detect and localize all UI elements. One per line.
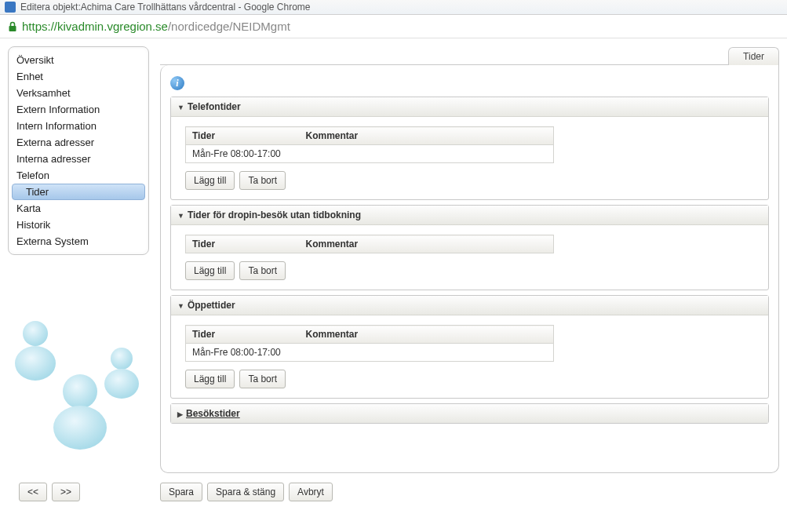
- svg-rect-0: [9, 26, 16, 31]
- main-panel: i Telefontider Tider Kommentar: [160, 65, 779, 473]
- window-titlebar: Editera objekt:Achima Care Trollhättans …: [0, 0, 787, 15]
- section-oppettider: Öppettider Tider Kommentar Mån-Fre 08:0: [170, 295, 769, 399]
- tab-tider[interactable]: Tider: [728, 47, 779, 65]
- svg-point-3: [111, 348, 133, 370]
- info-icon[interactable]: i: [170, 76, 184, 90]
- url-host: https://kivadmin.vgregion.se: [22, 20, 168, 33]
- sidebar-item-enhet[interactable]: Enhet: [12, 68, 145, 85]
- expand-icon: [177, 408, 183, 419]
- section-header-dropin[interactable]: Tider för dropin-besök utan tidbokning: [171, 206, 768, 225]
- svg-point-5: [63, 374, 97, 409]
- sidebar-item-interna-adresser[interactable]: Interna adresser: [12, 151, 145, 167]
- sidebar-item-externa-system[interactable]: Externa System: [12, 233, 145, 250]
- oppettider-table: Tider Kommentar Mån-Fre 08:00-17:00: [185, 325, 554, 362]
- sidebar-item-tider[interactable]: Tider: [12, 184, 145, 200]
- cancel-button[interactable]: Avbryt: [289, 483, 333, 501]
- sidebar-item-karta[interactable]: Karta: [12, 200, 145, 217]
- telefontider-table: Tider Kommentar Mån-Fre 08:00-17:00: [185, 126, 554, 163]
- sidebar-item-externa-adresser[interactable]: Externa adresser: [12, 134, 145, 151]
- sidebar-item-verksamhet[interactable]: Verksamhet: [12, 85, 145, 101]
- section-besokstider: Besökstider: [170, 403, 769, 424]
- next-button[interactable]: >>: [52, 483, 80, 501]
- svg-point-2: [15, 346, 56, 381]
- prev-button[interactable]: <<: [19, 483, 47, 501]
- section-dropin: Tider för dropin-besök utan tidbokning T…: [170, 205, 769, 290]
- save-button[interactable]: Spara: [160, 483, 202, 501]
- section-header-oppettider[interactable]: Öppettider: [171, 296, 768, 315]
- col-kommentar: Kommentar: [300, 127, 554, 145]
- section-header-telefontider[interactable]: Telefontider: [171, 97, 768, 117]
- sidebar-item-historik[interactable]: Historik: [12, 217, 145, 233]
- sidebar-item-intern-information[interactable]: Intern Information: [12, 118, 145, 134]
- collapse-icon: [177, 101, 184, 112]
- decorative-avatars: [8, 302, 149, 459]
- col-tider: Tider: [186, 235, 300, 253]
- table-row[interactable]: Mån-Fre 08:00-17:00: [186, 145, 554, 163]
- sidebar-item-oversikt[interactable]: Översikt: [12, 52, 145, 68]
- add-button-telefontider[interactable]: Lägg till: [185, 171, 235, 190]
- add-button-oppettider[interactable]: Lägg till: [185, 370, 235, 388]
- col-kommentar: Kommentar: [300, 235, 554, 253]
- remove-button-telefontider[interactable]: Ta bort: [239, 171, 286, 190]
- app-icon: [5, 2, 16, 13]
- col-kommentar: Kommentar: [300, 326, 554, 344]
- sidebar-item-extern-information[interactable]: Extern Information: [12, 101, 145, 118]
- url-path: /nordicedge/NEIDMgmt: [168, 20, 290, 33]
- add-button-dropin[interactable]: Lägg till: [185, 261, 235, 280]
- address-bar[interactable]: https://kivadmin.vgregion.se/nordicedge/…: [0, 15, 787, 38]
- col-tider: Tider: [186, 326, 300, 344]
- collapse-icon: [177, 210, 184, 220]
- lock-icon: [8, 21, 17, 32]
- table-row[interactable]: Mån-Fre 08:00-17:00: [186, 344, 554, 362]
- remove-button-oppettider[interactable]: Ta bort: [239, 370, 286, 388]
- section-header-besokstider[interactable]: Besökstider: [171, 404, 768, 423]
- section-telefontider: Telefontider Tider Kommentar Mån-Fre 08: [170, 97, 769, 200]
- svg-point-1: [23, 321, 48, 346]
- remove-button-dropin[interactable]: Ta bort: [239, 261, 286, 280]
- save-close-button[interactable]: Spara & stäng: [207, 483, 284, 501]
- tab-strip: Tider: [160, 46, 779, 65]
- sidebar-nav: Översikt Enhet Verksamhet Extern Informa…: [8, 46, 149, 255]
- dropin-table: Tider Kommentar: [185, 235, 554, 253]
- svg-point-4: [104, 369, 139, 399]
- collapse-icon: [177, 300, 184, 311]
- sidebar-item-telefon[interactable]: Telefon: [12, 167, 145, 184]
- window-title: Editera objekt:Achima Care Trollhättans …: [20, 2, 311, 13]
- svg-point-6: [53, 406, 107, 450]
- col-tider: Tider: [186, 127, 300, 145]
